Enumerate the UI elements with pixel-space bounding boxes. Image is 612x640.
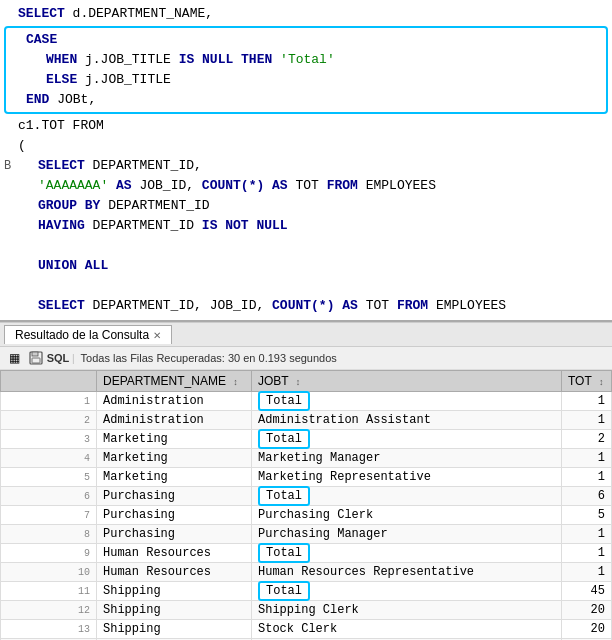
total-highlight: Total <box>258 391 310 411</box>
cell-jobt: Total <box>252 544 562 563</box>
sql-line: c1.TOT FROM <box>0 116 612 136</box>
col-department-name[interactable]: DEPARTMENT_NAME ↕ <box>97 371 252 392</box>
row-number: 4 <box>1 449 97 468</box>
svg-rect-1 <box>32 352 38 356</box>
cell-department-name: Shipping <box>97 601 252 620</box>
cell-tot: 5 <box>562 506 612 525</box>
sql-line: CASE <box>8 30 604 50</box>
sql-line: ( <box>0 136 612 156</box>
table-row: 4MarketingMarketing Manager1 <box>1 449 612 468</box>
grid-icon[interactable]: ▦ <box>6 350 22 366</box>
cell-department-name: Purchasing <box>97 506 252 525</box>
table-row: 8PurchasingPurchasing Manager1 <box>1 525 612 544</box>
table-row: 2AdministrationAdministration Assistant1 <box>1 411 612 430</box>
sql-line: B SELECT DEPARTMENT_ID, <box>0 156 612 176</box>
sql-line: GROUP BY DEPARTMENT_ID <box>0 196 612 216</box>
sql-line: SELECT DEPARTMENT_ID, JOB_ID, COUNT(*) A… <box>0 296 612 316</box>
cell-jobt: Marketing Representative <box>252 468 562 487</box>
sort-tot-icon[interactable]: ↕ <box>599 377 604 387</box>
col-jobt[interactable]: JOBT ↕ <box>252 371 562 392</box>
table-row: 7PurchasingPurchasing Clerk5 <box>1 506 612 525</box>
total-highlight: Total <box>258 429 310 449</box>
table-row: 1AdministrationTotal1 <box>1 392 612 411</box>
cell-jobt: Total <box>252 487 562 506</box>
table-row: 6PurchasingTotal6 <box>1 487 612 506</box>
cell-tot: 1 <box>562 411 612 430</box>
total-highlight: Total <box>258 543 310 563</box>
cell-department-name: Shipping <box>97 620 252 639</box>
cell-jobt: Total <box>252 430 562 449</box>
sort-jobt-icon[interactable]: ↕ <box>296 377 301 387</box>
result-table-wrapper[interactable]: DEPARTMENT_NAME ↕ JOBT ↕ TOT ↕ 1Administ… <box>0 370 612 640</box>
sort-dept-icon[interactable]: ↕ <box>233 377 238 387</box>
result-table: DEPARTMENT_NAME ↕ JOBT ↕ TOT ↕ 1Administ… <box>0 370 612 640</box>
cell-department-name: Human Resources <box>97 563 252 582</box>
total-highlight: Total <box>258 581 310 601</box>
cell-tot: 2 <box>562 430 612 449</box>
row-number: 6 <box>1 487 97 506</box>
row-number: 13 <box>1 620 97 639</box>
table-row: 11ShippingTotal45 <box>1 582 612 601</box>
cell-jobt: Administration Assistant <box>252 411 562 430</box>
table-row: 10Human ResourcesHuman Resources Represe… <box>1 563 612 582</box>
save-icon[interactable] <box>28 350 44 366</box>
cell-jobt: Stock Clerk <box>252 620 562 639</box>
row-number: 3 <box>1 430 97 449</box>
cell-jobt: Human Resources Representative <box>252 563 562 582</box>
sql-line: 'AAAAAAA' AS JOB_ID, COUNT(*) AS TOT FRO… <box>0 176 612 196</box>
col-rownum <box>1 371 97 392</box>
table-row: 5MarketingMarketing Representative1 <box>1 468 612 487</box>
row-number: 12 <box>1 601 97 620</box>
sql-line <box>0 236 612 256</box>
table-header-row: DEPARTMENT_NAME ↕ JOBT ↕ TOT ↕ <box>1 371 612 392</box>
row-number: 8 <box>1 525 97 544</box>
cell-tot: 20 <box>562 620 612 639</box>
cell-tot: 20 <box>562 601 612 620</box>
row-number: 9 <box>1 544 97 563</box>
result-tab-bar: Resultado de la Consulta ✕ <box>0 323 612 347</box>
sql-label: SQL <box>50 350 66 366</box>
cell-department-name: Purchasing <box>97 487 252 506</box>
cell-department-name: Marketing <box>97 430 252 449</box>
cell-department-name: Marketing <box>97 468 252 487</box>
cell-jobt: Purchasing Clerk <box>252 506 562 525</box>
cell-tot: 1 <box>562 468 612 487</box>
result-status: Todas las Filas Recuperadas: 30 en 0.193… <box>81 352 337 364</box>
cell-department-name: Purchasing <box>97 525 252 544</box>
sql-line: UNION ALL <box>0 256 612 276</box>
result-tab-label: Resultado de la Consulta <box>15 328 149 342</box>
table-row: 3MarketingTotal2 <box>1 430 612 449</box>
sql-line: ELSE j.JOB_TITLE <box>8 70 604 90</box>
row-number: 1 <box>1 392 97 411</box>
table-row: 12ShippingShipping Clerk20 <box>1 601 612 620</box>
cell-department-name: Administration <box>97 392 252 411</box>
cell-jobt: Total <box>252 582 562 601</box>
cell-jobt: Total <box>252 392 562 411</box>
table-row: 9Human ResourcesTotal1 <box>1 544 612 563</box>
result-tab[interactable]: Resultado de la Consulta ✕ <box>4 325 172 344</box>
table-row: 13ShippingStock Clerk20 <box>1 620 612 639</box>
cell-jobt: Shipping Clerk <box>252 601 562 620</box>
cell-tot: 1 <box>562 525 612 544</box>
col-tot[interactable]: TOT ↕ <box>562 371 612 392</box>
cell-department-name: Administration <box>97 411 252 430</box>
row-number: 7 <box>1 506 97 525</box>
sql-editor[interactable]: SELECT d.DEPARTMENT_NAME, CASE WHEN j.JO… <box>0 0 612 322</box>
cell-department-name: Human Resources <box>97 544 252 563</box>
result-panel: Resultado de la Consulta ✕ ▦ SQL | Todas… <box>0 322 612 640</box>
row-number: 10 <box>1 563 97 582</box>
cell-department-name: Shipping <box>97 582 252 601</box>
cell-tot: 1 <box>562 563 612 582</box>
cell-department-name: Marketing <box>97 449 252 468</box>
cell-jobt: Marketing Manager <box>252 449 562 468</box>
sql-line: END JOBt, <box>8 90 604 110</box>
row-number: 5 <box>1 468 97 487</box>
svg-rect-2 <box>32 358 40 363</box>
cell-tot: 1 <box>562 449 612 468</box>
cell-tot: 45 <box>562 582 612 601</box>
row-number: 11 <box>1 582 97 601</box>
row-number: 2 <box>1 411 97 430</box>
case-block: CASE WHEN j.JOB_TITLE IS NULL THEN 'Tota… <box>4 26 608 114</box>
sql-line: SELECT d.DEPARTMENT_NAME, <box>0 4 612 24</box>
close-tab-icon[interactable]: ✕ <box>153 330 161 341</box>
